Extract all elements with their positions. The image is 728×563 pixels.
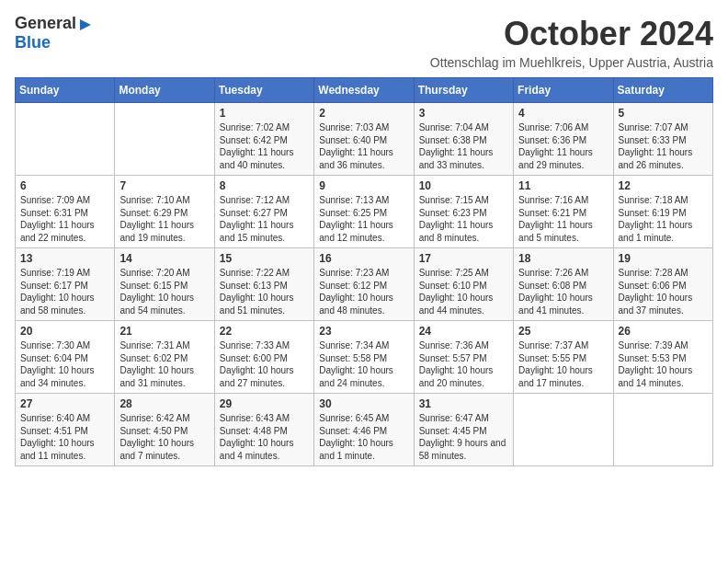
day-number: 15 <box>220 252 309 265</box>
day-info: Sunrise: 7:28 AM Sunset: 6:06 PM Dayligh… <box>619 267 708 316</box>
calendar-week-1: 1Sunrise: 7:02 AM Sunset: 6:42 PM Daylig… <box>16 103 713 176</box>
day-number: 20 <box>20 325 109 338</box>
calendar-cell: 8Sunrise: 7:12 AM Sunset: 6:27 PM Daylig… <box>214 176 313 248</box>
day-header-wednesday: Wednesday <box>314 78 414 103</box>
day-number: 9 <box>319 179 408 192</box>
logo-text-blue: Blue <box>15 33 51 52</box>
day-info: Sunrise: 7:06 AM Sunset: 6:36 PM Dayligh… <box>518 121 608 171</box>
svg-marker-0 <box>80 19 91 30</box>
day-number: 3 <box>419 107 508 120</box>
day-number: 28 <box>119 397 209 410</box>
calendar-cell: 5Sunrise: 7:07 AM Sunset: 6:33 PM Daylig… <box>613 103 712 176</box>
day-info: Sunrise: 7:26 AM Sunset: 6:08 PM Dayligh… <box>518 267 608 316</box>
calendar-cell: 13Sunrise: 7:19 AM Sunset: 6:17 PM Dayli… <box>16 248 115 321</box>
day-info: Sunrise: 7:18 AM Sunset: 6:19 PM Dayligh… <box>619 194 708 244</box>
day-number: 23 <box>319 325 408 338</box>
day-number: 17 <box>419 252 508 265</box>
calendar-cell: 19Sunrise: 7:28 AM Sunset: 6:06 PM Dayli… <box>613 248 712 321</box>
calendar-cell: 24Sunrise: 7:36 AM Sunset: 5:57 PM Dayli… <box>414 321 513 394</box>
calendar-cell: 16Sunrise: 7:23 AM Sunset: 6:12 PM Dayli… <box>314 248 414 321</box>
day-number: 5 <box>619 107 708 120</box>
day-number: 6 <box>20 179 109 192</box>
calendar-cell: 12Sunrise: 7:18 AM Sunset: 6:19 PM Dayli… <box>613 176 712 248</box>
day-number: 27 <box>20 397 109 410</box>
day-header-monday: Monday <box>115 78 214 103</box>
day-info: Sunrise: 7:36 AM Sunset: 5:57 PM Dayligh… <box>419 339 508 389</box>
day-number: 30 <box>319 397 408 410</box>
day-info: Sunrise: 6:45 AM Sunset: 4:46 PM Dayligh… <box>319 412 408 462</box>
logo: General Blue <box>15 15 93 52</box>
day-info: Sunrise: 7:04 AM Sunset: 6:38 PM Dayligh… <box>419 121 508 171</box>
calendar-cell: 26Sunrise: 7:39 AM Sunset: 5:53 PM Dayli… <box>613 321 712 394</box>
day-info: Sunrise: 7:16 AM Sunset: 6:21 PM Dayligh… <box>518 194 608 244</box>
calendar-header-row: SundayMondayTuesdayWednesdayThursdayFrid… <box>16 78 713 103</box>
day-header-saturday: Saturday <box>613 78 712 103</box>
day-number: 16 <box>319 252 408 265</box>
calendar-cell: 30Sunrise: 6:45 AM Sunset: 4:46 PM Dayli… <box>314 394 414 466</box>
day-info: Sunrise: 7:39 AM Sunset: 5:53 PM Dayligh… <box>619 339 708 389</box>
day-number: 2 <box>319 107 408 120</box>
location-subtitle: Ottenschlag im Muehlkreis, Upper Austria… <box>430 55 713 70</box>
day-info: Sunrise: 7:07 AM Sunset: 6:33 PM Dayligh… <box>619 121 708 171</box>
day-number: 8 <box>220 179 309 192</box>
calendar-cell: 3Sunrise: 7:04 AM Sunset: 6:38 PM Daylig… <box>414 103 513 176</box>
day-number: 24 <box>419 325 508 338</box>
calendar-table: SundayMondayTuesdayWednesdayThursdayFrid… <box>15 77 713 466</box>
day-header-sunday: Sunday <box>16 78 115 103</box>
day-info: Sunrise: 6:43 AM Sunset: 4:48 PM Dayligh… <box>220 412 309 462</box>
title-section: October 2024 Ottenschlag im Muehlkreis, … <box>430 15 713 70</box>
calendar-cell: 20Sunrise: 7:30 AM Sunset: 6:04 PM Dayli… <box>16 321 115 394</box>
day-number: 26 <box>619 325 708 338</box>
day-header-friday: Friday <box>514 78 613 103</box>
day-info: Sunrise: 6:47 AM Sunset: 4:45 PM Dayligh… <box>419 412 508 462</box>
calendar-week-4: 20Sunrise: 7:30 AM Sunset: 6:04 PM Dayli… <box>16 321 713 394</box>
calendar-cell: 31Sunrise: 6:47 AM Sunset: 4:45 PM Dayli… <box>414 394 513 466</box>
day-number: 18 <box>518 252 608 265</box>
logo-icon <box>78 17 93 32</box>
day-info: Sunrise: 7:19 AM Sunset: 6:17 PM Dayligh… <box>20 267 109 316</box>
calendar-cell <box>514 394 613 466</box>
day-header-thursday: Thursday <box>414 78 513 103</box>
day-header-tuesday: Tuesday <box>214 78 313 103</box>
day-info: Sunrise: 7:15 AM Sunset: 6:23 PM Dayligh… <box>419 194 508 244</box>
calendar-cell: 25Sunrise: 7:37 AM Sunset: 5:55 PM Dayli… <box>514 321 613 394</box>
day-info: Sunrise: 7:33 AM Sunset: 6:00 PM Dayligh… <box>220 339 309 389</box>
day-info: Sunrise: 7:09 AM Sunset: 6:31 PM Dayligh… <box>20 194 109 244</box>
day-info: Sunrise: 7:10 AM Sunset: 6:29 PM Dayligh… <box>119 194 209 244</box>
calendar-cell: 29Sunrise: 6:43 AM Sunset: 4:48 PM Dayli… <box>214 394 313 466</box>
day-number: 22 <box>220 325 309 338</box>
calendar-cell: 6Sunrise: 7:09 AM Sunset: 6:31 PM Daylig… <box>16 176 115 248</box>
day-info: Sunrise: 7:12 AM Sunset: 6:27 PM Dayligh… <box>220 194 309 244</box>
day-info: Sunrise: 7:02 AM Sunset: 6:42 PM Dayligh… <box>220 121 309 171</box>
calendar-cell: 28Sunrise: 6:42 AM Sunset: 4:50 PM Dayli… <box>115 394 214 466</box>
calendar-cell: 4Sunrise: 7:06 AM Sunset: 6:36 PM Daylig… <box>514 103 613 176</box>
calendar-cell: 23Sunrise: 7:34 AM Sunset: 5:58 PM Dayli… <box>314 321 414 394</box>
calendar-week-2: 6Sunrise: 7:09 AM Sunset: 6:31 PM Daylig… <box>16 176 713 248</box>
day-number: 25 <box>518 325 608 338</box>
calendar-cell <box>613 394 712 466</box>
day-info: Sunrise: 7:23 AM Sunset: 6:12 PM Dayligh… <box>319 267 408 316</box>
calendar-cell: 14Sunrise: 7:20 AM Sunset: 6:15 PM Dayli… <box>115 248 214 321</box>
day-info: Sunrise: 7:37 AM Sunset: 5:55 PM Dayligh… <box>518 339 608 389</box>
day-number: 7 <box>119 179 209 192</box>
day-info: Sunrise: 6:40 AM Sunset: 4:51 PM Dayligh… <box>20 412 109 462</box>
day-info: Sunrise: 7:34 AM Sunset: 5:58 PM Dayligh… <box>319 339 408 389</box>
day-number: 12 <box>619 179 708 192</box>
day-info: Sunrise: 6:42 AM Sunset: 4:50 PM Dayligh… <box>119 412 209 462</box>
day-number: 1 <box>220 107 309 120</box>
day-number: 13 <box>20 252 109 265</box>
calendar-cell: 21Sunrise: 7:31 AM Sunset: 6:02 PM Dayli… <box>115 321 214 394</box>
calendar-cell <box>16 103 115 176</box>
calendar-week-3: 13Sunrise: 7:19 AM Sunset: 6:17 PM Dayli… <box>16 248 713 321</box>
calendar-cell: 22Sunrise: 7:33 AM Sunset: 6:00 PM Dayli… <box>214 321 313 394</box>
page-header: General Blue October 2024 Ottenschlag im… <box>15 15 713 70</box>
calendar-cell: 1Sunrise: 7:02 AM Sunset: 6:42 PM Daylig… <box>214 103 313 176</box>
calendar-cell: 9Sunrise: 7:13 AM Sunset: 6:25 PM Daylig… <box>314 176 414 248</box>
calendar-cell: 18Sunrise: 7:26 AM Sunset: 6:08 PM Dayli… <box>514 248 613 321</box>
day-number: 11 <box>518 179 608 192</box>
day-number: 19 <box>619 252 708 265</box>
day-info: Sunrise: 7:31 AM Sunset: 6:02 PM Dayligh… <box>119 339 209 389</box>
day-number: 4 <box>518 107 608 120</box>
calendar-cell: 27Sunrise: 6:40 AM Sunset: 4:51 PM Dayli… <box>16 394 115 466</box>
day-info: Sunrise: 7:25 AM Sunset: 6:10 PM Dayligh… <box>419 267 508 316</box>
